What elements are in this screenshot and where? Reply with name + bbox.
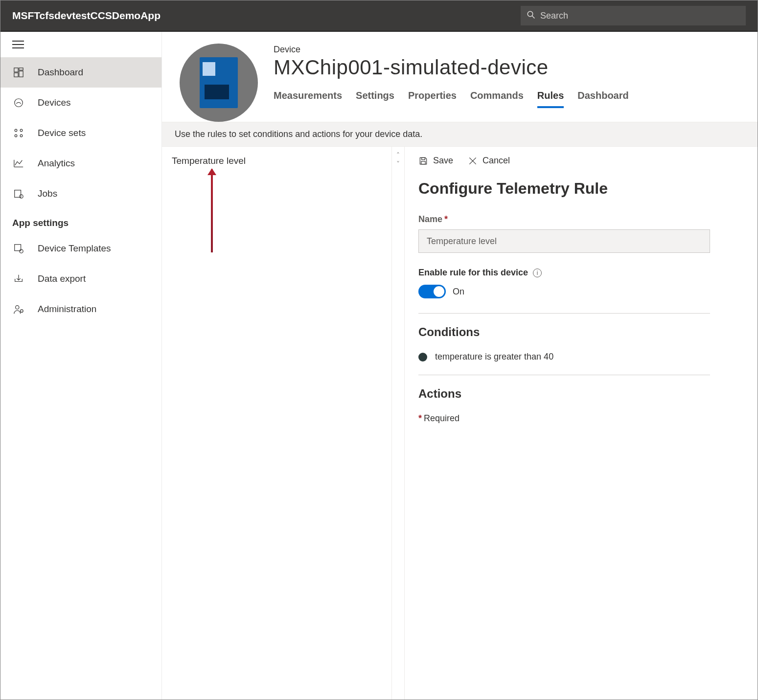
divider: [418, 375, 710, 375]
sidebar-item-admin[interactable]: Administration: [0, 294, 161, 324]
cancel-label: Cancel: [482, 156, 510, 166]
hamburger-icon: [12, 40, 24, 49]
cancel-button[interactable]: Cancel: [468, 156, 510, 166]
devices-icon: [12, 97, 25, 108]
device-eyebrow: Device: [274, 45, 740, 55]
tab-rules[interactable]: Rules: [537, 90, 564, 108]
sidebar-item-templates[interactable]: Device Templates: [0, 233, 161, 264]
svg-rect-5: [14, 68, 18, 72]
sidebar-item-jobs[interactable]: Jobs: [0, 179, 161, 209]
admin-icon: [12, 304, 25, 315]
svg-point-11: [20, 129, 23, 132]
svg-rect-20: [422, 158, 425, 159]
svg-point-19: [21, 310, 23, 313]
chevron-up-icon[interactable]: ˄: [396, 152, 400, 158]
sidebar: Dashboard Devices Device sets Analytics …: [0, 32, 162, 700]
tab-dashboard[interactable]: Dashboard: [577, 90, 628, 108]
svg-point-18: [16, 306, 19, 309]
sidebar-item-devicesets[interactable]: Device sets: [0, 118, 161, 148]
device-header: Device MXChip001-simulated-device Measur…: [162, 32, 758, 122]
condition-row[interactable]: temperature is greater than 40: [418, 352, 744, 362]
pane-toolbar: Save Cancel: [418, 156, 744, 166]
toggle-state-label: On: [453, 287, 464, 297]
sidebar-item-devices[interactable]: Devices: [0, 88, 161, 118]
hamburger-button[interactable]: [0, 32, 161, 57]
tab-measurements[interactable]: Measurements: [274, 90, 342, 108]
rules-list: Temperature level: [162, 147, 392, 700]
device-name: MXChip001-simulated-device: [274, 56, 740, 79]
actions-title: Actions: [418, 387, 744, 401]
device-tabs: Measurements Settings Properties Command…: [274, 90, 740, 108]
sidebar-item-label: Dashboard: [38, 67, 83, 78]
condition-text: temperature is greater than 40: [435, 352, 553, 362]
svg-rect-21: [421, 161, 425, 164]
svg-rect-8: [14, 73, 18, 77]
rule-config-pane: Save Cancel Configure Telemetry Rule Nam…: [405, 147, 758, 700]
enable-toggle[interactable]: [418, 285, 446, 298]
dashboard-icon: [12, 67, 25, 78]
sidebar-item-label: Data export: [38, 273, 86, 284]
svg-rect-14: [15, 190, 21, 198]
search-input[interactable]: [540, 11, 740, 21]
info-banner: Use the rules to set conditions and acti…: [162, 122, 758, 147]
list-scroll-spinner: ˄ ˅: [392, 147, 405, 700]
enable-label: Enable rule for this device: [418, 268, 528, 278]
svg-point-13: [20, 135, 23, 137]
sidebar-item-analytics[interactable]: Analytics: [0, 148, 161, 179]
search-box[interactable]: [521, 6, 746, 25]
svg-rect-7: [19, 71, 23, 77]
info-icon[interactable]: i: [533, 269, 542, 277]
pane-title: Configure Telemetry Rule: [418, 180, 744, 198]
rule-name-input[interactable]: [418, 229, 710, 253]
top-bar: MSFTcfsdevtestCCSDemoApp: [0, 0, 758, 32]
tab-settings[interactable]: Settings: [356, 90, 394, 108]
save-label: Save: [433, 156, 453, 166]
svg-point-15: [20, 195, 23, 198]
tab-properties[interactable]: Properties: [408, 90, 457, 108]
app-title: MSFTcfsdevtestCCSDemoApp: [12, 10, 161, 22]
sidebar-item-label: Devices: [38, 97, 71, 108]
device-chip-image: [200, 57, 238, 108]
device-avatar: [180, 44, 258, 122]
sidebar-item-export[interactable]: Data export: [0, 264, 161, 294]
sidebar-item-dashboard[interactable]: Dashboard: [0, 57, 161, 88]
name-label: Name*: [418, 214, 744, 225]
divider: [418, 313, 710, 314]
sidebar-item-label: Device Templates: [38, 243, 111, 254]
chevron-down-icon[interactable]: ˅: [396, 160, 400, 167]
svg-rect-6: [19, 68, 23, 70]
sidebar-item-label: Administration: [38, 304, 96, 315]
svg-point-10: [15, 129, 17, 132]
sidebar-item-label: Device sets: [38, 128, 86, 138]
close-icon: [468, 156, 478, 166]
analytics-icon: [12, 158, 25, 169]
templates-icon: [12, 243, 25, 254]
sidebar-item-label: Jobs: [38, 188, 57, 199]
content-area: Device MXChip001-simulated-device Measur…: [162, 32, 758, 700]
save-icon: [418, 156, 428, 166]
svg-point-9: [15, 99, 23, 107]
sidebar-item-label: Analytics: [38, 158, 75, 169]
sidebar-section-title: App settings: [0, 209, 161, 233]
jobs-icon: [12, 188, 25, 199]
export-icon: [12, 273, 25, 284]
svg-point-17: [20, 249, 23, 253]
devicesets-icon: [12, 128, 25, 138]
svg-line-1: [532, 16, 534, 18]
annotation-arrow: [211, 169, 213, 252]
condition-bullet-icon: [418, 353, 427, 361]
svg-point-0: [528, 11, 533, 17]
search-icon: [527, 10, 535, 21]
svg-point-12: [15, 135, 17, 137]
rule-list-item[interactable]: Temperature level: [172, 156, 382, 166]
tab-commands[interactable]: Commands: [470, 90, 524, 108]
conditions-title: Conditions: [418, 325, 744, 339]
required-note: *Required: [418, 413, 744, 424]
save-button[interactable]: Save: [418, 156, 453, 166]
